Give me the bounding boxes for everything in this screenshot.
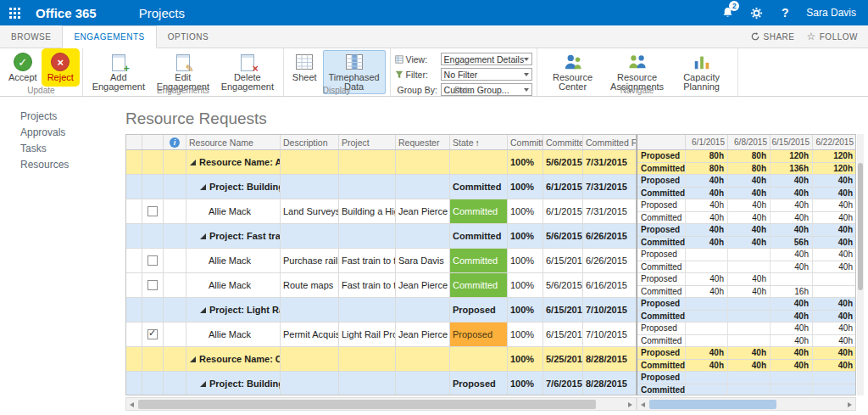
- column-header[interactable]: Requester: [396, 135, 450, 149]
- column-header[interactable]: [126, 135, 142, 149]
- info-icon: i: [170, 137, 180, 148]
- timephased-row[interactable]: Committed40h40h56h40h: [637, 237, 855, 250]
- timephased-row[interactable]: Committed40h40h: [637, 261, 855, 274]
- expand-triangle-icon[interactable]: [190, 356, 196, 362]
- column-header[interactable]: [142, 135, 164, 149]
- follow-button[interactable]: ☆ FOLLOW: [807, 31, 859, 42]
- column-header[interactable]: Committed F: [583, 135, 637, 149]
- tab-browse[interactable]: BROWSE: [0, 25, 62, 48]
- timephased-horizontal-scrollbar[interactable]: [637, 397, 856, 411]
- scrollbar-thumb[interactable]: [649, 400, 776, 409]
- timephased-row[interactable]: Proposed40h40h40h40h: [637, 199, 855, 212]
- timephased-row[interactable]: Proposed40h40h: [637, 273, 855, 286]
- sidebar-item-approvals[interactable]: Approvals: [20, 127, 123, 137]
- timephased-row[interactable]: Committed40h40h: [637, 311, 855, 323]
- app-title-projects[interactable]: Projects: [139, 6, 185, 20]
- expand-triangle-icon[interactable]: [200, 307, 206, 313]
- row-selector[interactable]: [126, 175, 142, 199]
- scroll-left-icon[interactable]: [641, 402, 645, 407]
- timephased-row[interactable]: Committed40h40h40h40h: [637, 188, 855, 200]
- grid-row[interactable]: Project: Light Rail ProjectProposed100%6…: [126, 298, 636, 322]
- timephased-type-label: Committed: [637, 384, 686, 396]
- timephased-hours-cell: 40h: [771, 224, 813, 236]
- timephased-row[interactable]: Committed80h80h136h120h: [637, 163, 855, 176]
- row-selector[interactable]: [126, 298, 142, 322]
- timephased-row[interactable]: Committed40h40h16h: [637, 286, 855, 299]
- grid-row[interactable]: Project: Building a High SpeCommitted100…: [126, 175, 636, 199]
- scroll-right-icon[interactable]: [848, 402, 852, 407]
- column-header[interactable]: Committed: [543, 135, 583, 149]
- column-header[interactable]: Project: [339, 135, 396, 149]
- row-selector[interactable]: [126, 347, 142, 371]
- settings-button[interactable]: [742, 0, 771, 25]
- user-name[interactable]: Sara Davis: [806, 7, 856, 19]
- tab-options[interactable]: OPTIONS: [157, 25, 220, 48]
- row-selector[interactable]: [126, 199, 142, 223]
- timephased-row[interactable]: Proposed40h40h40h40h: [637, 175, 855, 188]
- grid-row[interactable]: Resource Name: Cody Moresb100%5/25/20158…: [126, 347, 636, 372]
- timephased-row[interactable]: Committed40h40h: [637, 335, 855, 348]
- tab-engagements[interactable]: ENGAGEMENTS: [62, 25, 156, 48]
- row-selector[interactable]: [126, 249, 142, 272]
- grid-row[interactable]: Resource Name: Allie Mack100%5/6/20157/3…: [126, 150, 636, 175]
- share-button[interactable]: SHARE: [750, 31, 795, 42]
- view-dropdown[interactable]: Engagement Details: [441, 53, 532, 65]
- grid-row[interactable]: Project: Building a High SpeProposed100%…: [126, 372, 636, 395]
- sidebar-item-projects[interactable]: Projects: [20, 111, 123, 121]
- grid-row[interactable]: Allie MackRoute mapsFast train to theJea…: [126, 273, 636, 298]
- sheet-button[interactable]: Sheet: [288, 50, 321, 85]
- sidebar-item-tasks[interactable]: Tasks: [20, 143, 123, 154]
- timephased-row[interactable]: Proposed40h40h: [637, 322, 855, 335]
- row-selector[interactable]: [126, 322, 142, 346]
- notifications-button[interactable]: 2: [713, 0, 742, 25]
- timephased-row[interactable]: Proposed40h40h40h40h: [637, 224, 855, 237]
- expand-triangle-icon[interactable]: [200, 233, 206, 239]
- column-header[interactable]: Committe: [508, 135, 543, 149]
- date-column-header[interactable]: 6/8/2015: [728, 135, 771, 149]
- timephased-row[interactable]: Committed40h40h40h40h: [637, 212, 855, 225]
- reject-button[interactable]: × Reject: [43, 50, 78, 85]
- scroll-right-icon[interactable]: [628, 402, 632, 407]
- timephased-row[interactable]: Proposed40h40h: [637, 298, 855, 311]
- date-column-header[interactable]: 6/15/2015: [771, 135, 813, 149]
- row-selector[interactable]: [126, 372, 142, 395]
- expand-triangle-icon[interactable]: [200, 184, 206, 190]
- grid-horizontal-scrollbar[interactable]: [125, 397, 637, 411]
- resource-assignments-icon: [627, 53, 648, 71]
- row-checkbox[interactable]: [147, 329, 158, 339]
- accept-button[interactable]: ✓ Accept: [4, 50, 42, 85]
- app-launcher-icon[interactable]: [0, 0, 29, 25]
- scroll-left-icon[interactable]: [130, 402, 134, 407]
- sidebar-item-resources[interactable]: Resources: [20, 160, 123, 170]
- brand-office365[interactable]: Office 365: [36, 6, 97, 20]
- grid-row[interactable]: Allie MackLand SurveysBuilding a High SJ…: [126, 199, 636, 224]
- grid-row[interactable]: Allie MackPermit AcquisitioLight Rail Pr…: [126, 322, 636, 347]
- filter-dropdown[interactable]: No Filter: [441, 68, 532, 81]
- timephased-row[interactable]: Proposed40h40h: [637, 249, 855, 261]
- row-checkbox[interactable]: [147, 280, 158, 290]
- column-header[interactable]: i: [164, 135, 186, 149]
- row-selector[interactable]: [126, 273, 142, 297]
- column-header[interactable]: State↑: [450, 135, 508, 149]
- date-column-header[interactable]: 6/1/2015: [686, 135, 728, 149]
- scrollbar-thumb[interactable]: [138, 400, 596, 409]
- timephased-row[interactable]: Proposed: [637, 372, 855, 384]
- grid-row[interactable]: Project: Fast train to the EasCommitted1…: [126, 224, 636, 249]
- timephased-row[interactable]: Committed40h40h40h40h: [637, 360, 855, 373]
- row-selector[interactable]: [126, 150, 142, 174]
- row-selector[interactable]: [126, 224, 142, 248]
- column-header[interactable]: Resource Name: [186, 135, 281, 149]
- row-checkbox[interactable]: [147, 255, 158, 266]
- row-checkbox[interactable]: [147, 206, 158, 216]
- scrollbar-thumb[interactable]: [858, 163, 863, 290]
- grid-vertical-scrollbar[interactable]: [857, 134, 864, 395]
- column-header[interactable]: Description: [281, 135, 339, 149]
- timephased-row[interactable]: Committed: [637, 384, 855, 396]
- grid-row[interactable]: Allie MackPurchase railroadFast train to…: [126, 249, 636, 273]
- expand-triangle-icon[interactable]: [190, 160, 196, 165]
- date-column-header[interactable]: 6/22/2015: [813, 135, 856, 149]
- help-button[interactable]: ?: [771, 0, 799, 25]
- expand-triangle-icon[interactable]: [200, 381, 206, 387]
- timephased-row[interactable]: Proposed80h80h120h120h: [637, 150, 855, 163]
- timephased-row[interactable]: Proposed40h40h40h40h: [637, 347, 855, 360]
